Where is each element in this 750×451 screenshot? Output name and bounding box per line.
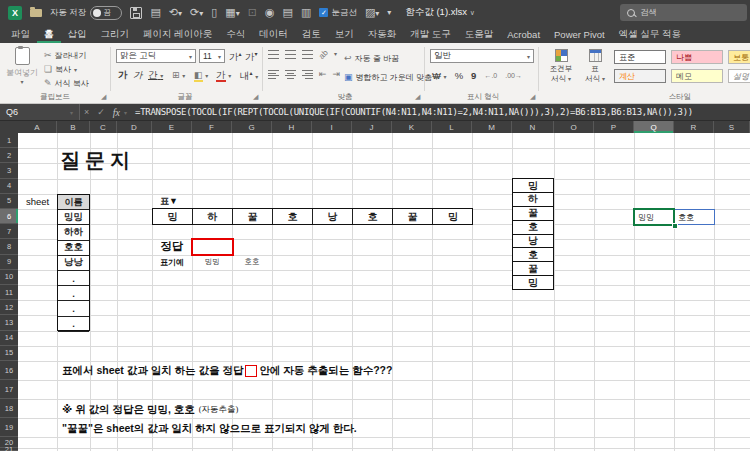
row-header-18[interactable]: 18: [0, 399, 18, 418]
ribbon-tab-file[interactable]: 파일: [4, 25, 37, 43]
italic-button[interactable]: 가: [133, 69, 143, 82]
column-header-I[interactable]: I: [312, 121, 352, 133]
formula-input[interactable]: =TRANSPOSE(TOCOL(IF(REPT(TOCOL(UNIQUE(IF…: [127, 107, 693, 117]
underline-button[interactable]: 간 ▾: [148, 69, 163, 82]
ribbon-tab-draw[interactable]: 그리기: [94, 25, 137, 43]
open-folder-icon[interactable]: [30, 9, 42, 17]
document-alt-icon[interactable]: ▥: [301, 7, 311, 18]
row-header-16[interactable]: 16: [0, 361, 18, 380]
paste-button[interactable]: 붙여넣기 ▾: [6, 47, 38, 85]
vertical-align-buttons[interactable]: ab ▾: [268, 50, 337, 59]
enter-icon[interactable]: ✓: [93, 107, 109, 117]
align-right-icon[interactable]: [302, 70, 313, 79]
cell-L6[interactable]: 밍: [433, 209, 473, 224]
search-box[interactable]: 검색: [620, 4, 747, 21]
ribbon-tab-formulas[interactable]: 수식: [219, 25, 252, 43]
cell-B13[interactable]: .: [58, 317, 89, 332]
style-cell-5[interactable]: 설명 텍스트: [728, 69, 750, 83]
document-icon[interactable]: ▤: [283, 7, 293, 18]
row-header-4[interactable]: 4: [0, 179, 18, 194]
excel-logo-icon[interactable]: X: [8, 6, 22, 20]
style-cell-2[interactable]: 보통: [728, 50, 750, 64]
font-name-select[interactable]: 맑은 고딕▾: [116, 49, 196, 63]
row-header-13[interactable]: 13: [0, 315, 18, 330]
row-header-10[interactable]: 10: [0, 270, 18, 285]
ribbon-tab-power-pivot[interactable]: Power Pivot: [547, 25, 612, 43]
cell-B10[interactable]: .: [58, 271, 89, 286]
row-header-8[interactable]: 8: [0, 239, 18, 254]
column-header-D[interactable]: D: [117, 121, 152, 133]
style-cell-3[interactable]: 계산: [614, 69, 666, 83]
cell-B9[interactable]: 낭낭: [58, 256, 89, 271]
style-cell-4[interactable]: 메모: [671, 69, 723, 83]
ribbon-tab-data[interactable]: 데이터: [252, 25, 295, 43]
align-left-icon[interactable]: [268, 70, 279, 79]
alignment-dialog-launcher[interactable]: ◢: [415, 93, 420, 101]
ribbon-tab-automate[interactable]: 자동화: [361, 25, 404, 43]
decrease-decimal-button[interactable]: .00→: [505, 72, 522, 79]
borders-button[interactable]: ⊞ ▾: [172, 69, 185, 80]
cell-F9-example-value[interactable]: 밍밍: [192, 255, 232, 269]
cell-Q6-value[interactable]: 밍밍: [638, 209, 672, 225]
ribbon-tab-home[interactable]: 홈: [37, 25, 61, 43]
column-header-O[interactable]: O: [554, 121, 594, 133]
column-header-Q[interactable]: Q: [634, 121, 674, 133]
cell-G9-example-value[interactable]: 호호: [232, 255, 272, 269]
increase-decimal-button[interactable]: ←.0: [484, 72, 497, 79]
align-top-icon[interactable]: [268, 50, 279, 59]
cell-B6[interactable]: 밍밍: [58, 210, 89, 225]
cell-I6[interactable]: 낭: [313, 209, 353, 224]
style-cell-1[interactable]: 나쁨: [671, 50, 723, 64]
row-header-7[interactable]: 7: [0, 224, 18, 239]
ribbon-tab-excel-practice[interactable]: 엑셀 실무 적용: [612, 25, 688, 43]
autosave-switch[interactable]: 끔: [90, 6, 122, 20]
column-header-H[interactable]: H: [272, 121, 312, 133]
bold-button[interactable]: 가: [118, 69, 128, 82]
cell-B7[interactable]: 하하: [58, 225, 89, 240]
style-cell-0[interactable]: 표준: [614, 50, 666, 64]
workbook-icon[interactable]: ▤: [150, 7, 160, 18]
redo-icon[interactable]: ⟳▾: [190, 7, 203, 18]
comma-style-button[interactable]: 9: [471, 70, 476, 81]
cell-A5-sheet-label[interactable]: sheet: [18, 194, 57, 209]
align-bottom-icon[interactable]: [302, 50, 313, 59]
row-header-14[interactable]: 14: [0, 331, 18, 346]
copy-button[interactable]: ❏복사 ▾: [44, 63, 77, 76]
cell-E9-example-label[interactable]: 표기예: [152, 255, 192, 269]
column-header-P[interactable]: P: [594, 121, 634, 133]
format-painter-button[interactable]: ✎서식 복사: [44, 77, 89, 90]
column-header-F[interactable]: F: [192, 121, 232, 133]
font-size-select[interactable]: 11▾: [199, 49, 225, 63]
font-color-button[interactable]: 가 ▾: [216, 69, 231, 82]
cell-E8-answer-label[interactable]: 정답: [152, 238, 192, 255]
format-as-table-button[interactable]: 표서식 ▾: [580, 49, 610, 84]
number-dialog-launcher[interactable]: ◢: [530, 93, 535, 101]
column-header-S[interactable]: S: [714, 121, 750, 133]
column-header-N[interactable]: N: [512, 121, 554, 133]
wrap-text-button[interactable]: ↩자동 줄 바꿈: [344, 52, 399, 65]
column-header-K[interactable]: K: [392, 121, 432, 133]
column-header-A[interactable]: A: [18, 121, 57, 133]
cell-H6[interactable]: 호: [273, 209, 313, 224]
column-header-C[interactable]: C: [90, 121, 117, 133]
cell-G6[interactable]: 꿀: [233, 209, 273, 224]
qat-more-icon[interactable]: ▾: [387, 9, 391, 17]
percent-style-button[interactable]: %: [455, 70, 463, 81]
row-header-5[interactable]: 5: [0, 194, 18, 209]
insert-function-icon[interactable]: fx: [109, 107, 124, 118]
grow-font-button[interactable]: 가▴: [229, 50, 242, 64]
row-header-15[interactable]: 15: [0, 346, 18, 361]
cell-E5-table-label[interactable]: 표▼: [160, 194, 190, 209]
clipboard-dialog-launcher[interactable]: ◢: [101, 93, 106, 101]
cut-button[interactable]: ✂잘라내기: [44, 49, 87, 62]
autosave-toggle[interactable]: 자동 저장 끔: [50, 6, 122, 20]
row-header-1[interactable]: 1: [0, 133, 18, 148]
row-header-11[interactable]: 11: [0, 285, 18, 300]
cell-J6[interactable]: 호: [353, 209, 393, 224]
camera-icon[interactable]: ◉: [265, 7, 275, 18]
column-header-L[interactable]: L: [432, 121, 472, 133]
ribbon-tab-help[interactable]: 도움말: [458, 25, 501, 43]
document-title[interactable]: 함수값 (1).xlsx ∨: [405, 6, 475, 19]
decrease-indent-icon[interactable]: ⇤: [319, 70, 327, 79]
gridlines-checkbox[interactable]: ✓ 눈금선: [319, 8, 357, 17]
